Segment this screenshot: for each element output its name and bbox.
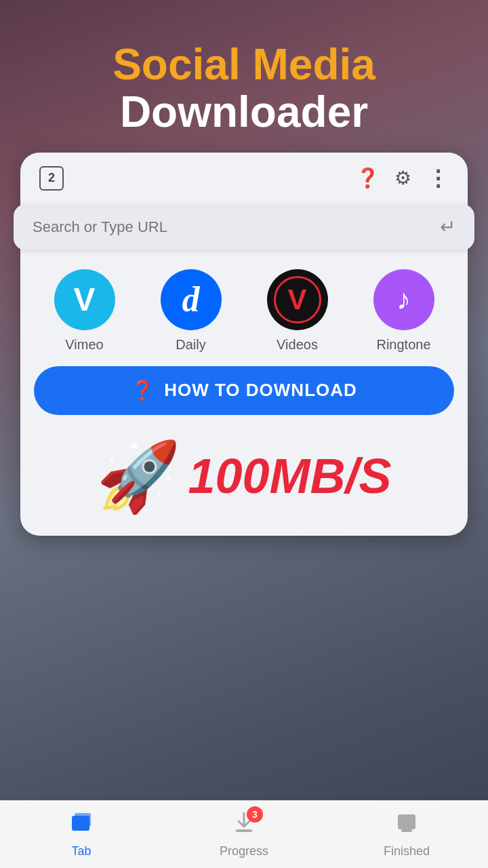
enter-icon[interactable]: ↵ bbox=[440, 216, 455, 238]
help-icon-char: ❓ bbox=[356, 167, 380, 189]
speed-section: 🚀 100MB/S bbox=[20, 415, 468, 517]
help-button[interactable]: ●? ❓ bbox=[354, 165, 381, 192]
videos-label: Videos bbox=[277, 337, 318, 353]
more-icon: ⋮ bbox=[427, 165, 449, 191]
ringtone-label: Ringtone bbox=[376, 337, 430, 353]
search-bar: ↵ bbox=[14, 204, 474, 250]
videos-icon-bg: V bbox=[267, 269, 328, 330]
settings-button[interactable]: ⚙ bbox=[389, 165, 416, 192]
title-downloader: Downloader bbox=[113, 88, 375, 136]
ringtone-icon-bg: ♪ bbox=[373, 269, 434, 330]
vimeo-letter: V bbox=[73, 281, 95, 318]
videos-letter: V bbox=[287, 283, 306, 316]
how-to-download-button[interactable]: ❓ HOW TO DOWNLOAD bbox=[34, 366, 454, 415]
daily-icon-bg: d bbox=[161, 269, 222, 330]
tab-count-label: 2 bbox=[39, 166, 64, 191]
quick-link-videos[interactable]: V Videos bbox=[267, 269, 328, 353]
quick-link-ringtone[interactable]: ♪ Ringtone bbox=[373, 269, 434, 353]
rocket-icon: 🚀 bbox=[96, 442, 181, 510]
ringtone-note-icon: ♪ bbox=[396, 283, 411, 316]
download-help-icon: ❓ bbox=[131, 379, 155, 401]
title-section: Social Media Downloader bbox=[113, 0, 375, 136]
main-card: 2 ●? ❓ ⚙ ⋮ ↵ V bbox=[20, 153, 468, 536]
title-social: Social Media bbox=[113, 41, 375, 88]
videos-v-outer: V bbox=[274, 276, 321, 323]
daily-letter: d bbox=[182, 279, 200, 319]
more-button[interactable]: ⋮ bbox=[424, 165, 451, 192]
vimeo-icon-bg: V bbox=[54, 269, 115, 330]
toolbar: 2 ●? ❓ ⚙ ⋮ bbox=[20, 153, 468, 204]
speed-value: 100MB/S bbox=[188, 448, 391, 504]
quick-link-daily[interactable]: d Daily bbox=[161, 269, 222, 353]
search-input[interactable] bbox=[33, 218, 440, 236]
daily-label: Daily bbox=[176, 337, 205, 353]
download-btn-label: HOW TO DOWNLOAD bbox=[164, 380, 357, 401]
tab-counter[interactable]: 2 bbox=[37, 163, 66, 193]
gear-icon: ⚙ bbox=[394, 167, 411, 189]
quick-links: V Vimeo d Daily V Videos bbox=[20, 250, 468, 366]
quick-link-vimeo[interactable]: V Vimeo bbox=[54, 269, 115, 353]
app-content: Social Media Downloader 2 ●? ❓ ⚙ ⋮ bbox=[0, 0, 488, 868]
vimeo-label: Vimeo bbox=[65, 337, 103, 353]
